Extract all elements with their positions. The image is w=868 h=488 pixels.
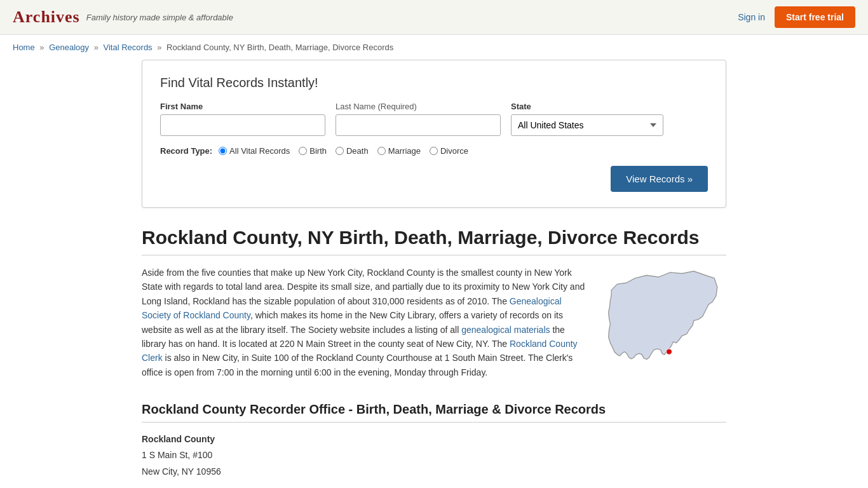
logo-area: Archives Family history made simple & af… [13,8,233,27]
record-type-birth[interactable]: Birth [299,146,327,156]
article-paragraph-1: Aside from the five counties that make u… [142,266,590,379]
ny-map-svg [606,266,723,367]
first-name-label: First Name [160,102,325,111]
genealogical-materials-link[interactable]: genealogical materials [461,325,550,335]
breadcrumb-genealogy[interactable]: Genealogy [49,43,89,52]
radio-divorce[interactable] [430,147,438,155]
article-text: Aside from the five counties that make u… [142,266,590,379]
header-actions: Sign in Start free trial [738,6,855,28]
record-type-row: Record Type: All Vital Records Birth Dea… [160,146,708,156]
first-name-input[interactable] [160,114,325,136]
record-type-marriage[interactable]: Marriage [377,146,421,156]
record-type-death[interactable]: Death [336,146,369,156]
start-trial-button[interactable]: Start free trial [775,6,855,28]
record-type-all[interactable]: All Vital Records [219,146,290,156]
site-header: Archives Family history made simple & af… [0,0,868,35]
main-content: Find Vital Records Instantly! First Name… [129,60,739,488]
breadcrumb-sep2: » [94,43,98,52]
last-name-label: Last Name (Required) [336,102,501,111]
article-section: Aside from the five counties that make u… [142,266,726,379]
state-group: State All United StatesNew YorkNew Jerse… [511,102,663,136]
record-type-label: Record Type: [160,146,212,156]
view-records-button[interactable]: View Records » [611,166,708,192]
radio-birth[interactable] [299,147,307,155]
address-county: Rockland County [142,434,215,444]
address-street: 1 S Main St, #100 [142,447,726,463]
breadcrumb-current: Rockland County, NY Birth, Death, Marria… [166,43,393,52]
ny-state-map [606,266,726,379]
page-title: Rockland County, NY Birth, Death, Marria… [142,227,726,255]
form-fields-row: First Name Last Name (Required) State Al… [160,102,708,136]
breadcrumb-sep1: » [39,43,44,52]
breadcrumb-home[interactable]: Home [13,43,35,52]
radio-marriage[interactable] [377,147,386,155]
breadcrumb-sep3: » [157,43,161,52]
record-type-divorce[interactable]: Divorce [430,146,468,156]
last-name-group: Last Name (Required) [336,102,501,136]
site-tagline: Family history made simple & affordable [86,13,233,22]
svg-point-1 [667,350,671,354]
breadcrumb-vital-records[interactable]: Vital Records [104,43,153,52]
address-block: Rockland County 1 S Main St, #100 New Ci… [142,431,726,480]
address-city: New City, NY 10956 [142,464,726,480]
site-logo: Archives [13,8,80,27]
first-name-group: First Name [160,102,325,136]
sign-in-link[interactable]: Sign in [738,12,765,22]
search-box: Find Vital Records Instantly! First Name… [142,60,726,208]
radio-death[interactable] [336,147,344,155]
breadcrumb: Home » Genealogy » Vital Records » Rockl… [0,35,868,60]
view-records-row: View Records » [160,166,708,192]
state-label: State [511,102,663,111]
search-title: Find Vital Records Instantly! [160,76,708,90]
section2-title: Rockland County Recorder Office - Birth,… [142,402,726,423]
radio-all[interactable] [219,147,227,155]
last-name-input[interactable] [336,114,501,136]
state-select[interactable]: All United StatesNew YorkNew Jersey [511,114,663,136]
